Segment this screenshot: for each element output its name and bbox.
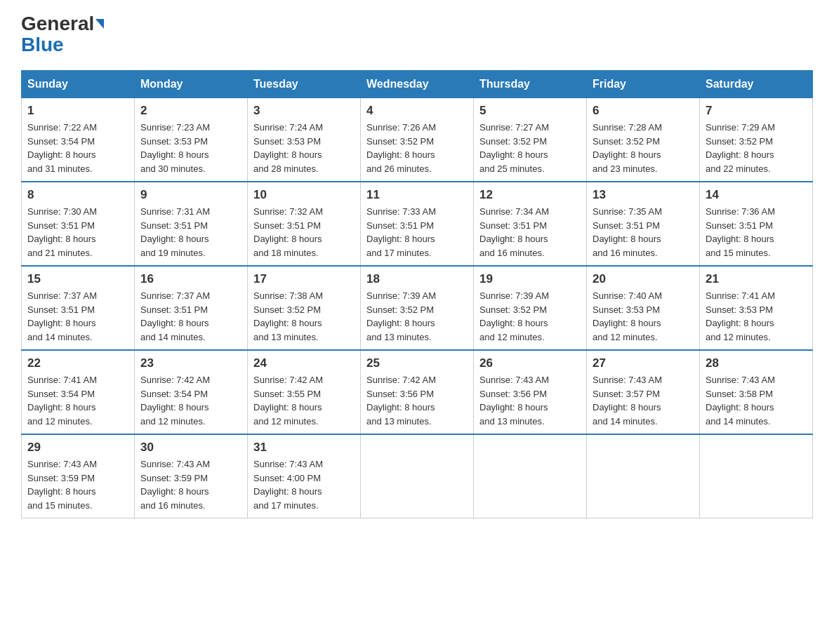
day-number: 4 [366, 104, 468, 118]
day-number: 25 [366, 356, 468, 370]
day-cell: 18 Sunrise: 7:39 AM Sunset: 3:52 PM Dayl… [361, 266, 474, 350]
day-number: 13 [593, 188, 694, 202]
day-cell: 16 Sunrise: 7:37 AM Sunset: 3:51 PM Dayl… [135, 266, 248, 350]
header-saturday: Saturday [700, 71, 813, 98]
day-cell [700, 434, 813, 518]
day-cell: 24 Sunrise: 7:42 AM Sunset: 3:55 PM Dayl… [248, 350, 361, 434]
day-number: 15 [27, 272, 128, 286]
day-cell: 25 Sunrise: 7:42 AM Sunset: 3:56 PM Dayl… [361, 350, 474, 434]
day-cell: 6 Sunrise: 7:28 AM Sunset: 3:52 PM Dayli… [587, 98, 700, 182]
day-info: Sunrise: 7:43 AM Sunset: 3:57 PM Dayligh… [593, 373, 694, 428]
day-info: Sunrise: 7:37 AM Sunset: 3:51 PM Dayligh… [27, 289, 128, 344]
day-cell: 7 Sunrise: 7:29 AM Sunset: 3:52 PM Dayli… [700, 98, 813, 182]
header-sunday: Sunday [22, 71, 135, 98]
day-info: Sunrise: 7:41 AM Sunset: 3:53 PM Dayligh… [706, 289, 807, 344]
day-cell: 1 Sunrise: 7:22 AM Sunset: 3:54 PM Dayli… [22, 98, 135, 182]
day-info: Sunrise: 7:35 AM Sunset: 3:51 PM Dayligh… [593, 205, 694, 260]
day-cell: 31 Sunrise: 7:43 AM Sunset: 4:00 PM Dayl… [248, 434, 361, 518]
day-number: 30 [140, 441, 241, 455]
day-cell [587, 434, 700, 518]
day-cell: 23 Sunrise: 7:42 AM Sunset: 3:54 PM Dayl… [135, 350, 248, 434]
logo-blue: Blue [21, 34, 64, 56]
calendar-table: SundayMondayTuesdayWednesdayThursdayFrid… [21, 70, 813, 518]
day-info: Sunrise: 7:42 AM Sunset: 3:56 PM Dayligh… [366, 373, 468, 428]
week-row-1: 1 Sunrise: 7:22 AM Sunset: 3:54 PM Dayli… [22, 98, 813, 182]
header-tuesday: Tuesday [248, 71, 361, 98]
day-cell [474, 434, 587, 518]
day-cell: 27 Sunrise: 7:43 AM Sunset: 3:57 PM Dayl… [587, 350, 700, 434]
day-number: 24 [253, 356, 355, 370]
day-info: Sunrise: 7:42 AM Sunset: 3:55 PM Dayligh… [253, 373, 355, 428]
day-info: Sunrise: 7:43 AM Sunset: 4:00 PM Dayligh… [253, 457, 355, 512]
day-info: Sunrise: 7:43 AM Sunset: 3:56 PM Dayligh… [479, 373, 581, 428]
day-cell: 17 Sunrise: 7:38 AM Sunset: 3:52 PM Dayl… [248, 266, 361, 350]
day-cell: 21 Sunrise: 7:41 AM Sunset: 3:53 PM Dayl… [700, 266, 813, 350]
day-info: Sunrise: 7:43 AM Sunset: 3:59 PM Dayligh… [27, 457, 128, 512]
day-cell: 12 Sunrise: 7:34 AM Sunset: 3:51 PM Dayl… [474, 182, 587, 266]
day-number: 21 [706, 272, 807, 286]
day-number: 17 [253, 272, 355, 286]
day-info: Sunrise: 7:42 AM Sunset: 3:54 PM Dayligh… [140, 373, 241, 428]
day-cell: 4 Sunrise: 7:26 AM Sunset: 3:52 PM Dayli… [361, 98, 474, 182]
day-cell: 11 Sunrise: 7:33 AM Sunset: 3:51 PM Dayl… [361, 182, 474, 266]
day-number: 14 [706, 188, 807, 202]
day-number: 11 [366, 188, 468, 202]
day-info: Sunrise: 7:36 AM Sunset: 3:51 PM Dayligh… [706, 205, 807, 260]
day-number: 8 [27, 188, 128, 202]
day-info: Sunrise: 7:31 AM Sunset: 3:51 PM Dayligh… [140, 205, 241, 260]
day-info: Sunrise: 7:29 AM Sunset: 3:52 PM Dayligh… [706, 121, 807, 175]
day-number: 31 [253, 441, 355, 455]
day-number: 23 [140, 356, 241, 370]
day-info: Sunrise: 7:26 AM Sunset: 3:52 PM Dayligh… [366, 121, 468, 175]
calendar-header-row: SundayMondayTuesdayWednesdayThursdayFrid… [22, 71, 813, 98]
day-cell: 10 Sunrise: 7:32 AM Sunset: 3:51 PM Dayl… [248, 182, 361, 266]
day-number: 9 [140, 188, 241, 202]
day-number: 22 [27, 356, 128, 370]
day-cell: 29 Sunrise: 7:43 AM Sunset: 3:59 PM Dayl… [22, 434, 135, 518]
day-cell: 2 Sunrise: 7:23 AM Sunset: 3:53 PM Dayli… [135, 98, 248, 182]
day-info: Sunrise: 7:39 AM Sunset: 3:52 PM Dayligh… [366, 289, 468, 344]
day-info: Sunrise: 7:38 AM Sunset: 3:52 PM Dayligh… [253, 289, 355, 344]
day-info: Sunrise: 7:23 AM Sunset: 3:53 PM Dayligh… [140, 121, 241, 175]
day-cell: 28 Sunrise: 7:43 AM Sunset: 3:58 PM Dayl… [700, 350, 813, 434]
day-cell: 5 Sunrise: 7:27 AM Sunset: 3:52 PM Dayli… [474, 98, 587, 182]
week-row-2: 8 Sunrise: 7:30 AM Sunset: 3:51 PM Dayli… [22, 182, 813, 266]
logo-arrow-icon [95, 19, 104, 29]
week-row-3: 15 Sunrise: 7:37 AM Sunset: 3:51 PM Dayl… [22, 266, 813, 350]
day-cell: 14 Sunrise: 7:36 AM Sunset: 3:51 PM Dayl… [700, 182, 813, 266]
day-number: 16 [140, 272, 241, 286]
day-cell: 13 Sunrise: 7:35 AM Sunset: 3:51 PM Dayl… [587, 182, 700, 266]
day-number: 26 [479, 356, 581, 370]
day-info: Sunrise: 7:39 AM Sunset: 3:52 PM Dayligh… [479, 289, 581, 344]
day-number: 6 [593, 104, 694, 118]
day-number: 3 [253, 104, 355, 118]
day-number: 18 [366, 272, 468, 286]
day-cell [361, 434, 474, 518]
header-thursday: Thursday [474, 71, 587, 98]
day-info: Sunrise: 7:33 AM Sunset: 3:51 PM Dayligh… [366, 205, 468, 260]
day-info: Sunrise: 7:41 AM Sunset: 3:54 PM Dayligh… [27, 373, 128, 428]
day-info: Sunrise: 7:28 AM Sunset: 3:52 PM Dayligh… [593, 121, 694, 175]
day-cell: 20 Sunrise: 7:40 AM Sunset: 3:53 PM Dayl… [587, 266, 700, 350]
day-number: 19 [479, 272, 581, 286]
day-cell: 15 Sunrise: 7:37 AM Sunset: 3:51 PM Dayl… [22, 266, 135, 350]
header-wednesday: Wednesday [361, 71, 474, 98]
header-friday: Friday [587, 71, 700, 98]
day-cell: 9 Sunrise: 7:31 AM Sunset: 3:51 PM Dayli… [135, 182, 248, 266]
header-monday: Monday [135, 71, 248, 98]
day-number: 29 [27, 441, 128, 455]
day-info: Sunrise: 7:30 AM Sunset: 3:51 PM Dayligh… [27, 205, 128, 260]
logo-general: General [21, 14, 94, 34]
logo: General Blue [21, 14, 104, 56]
page-header: General Blue [21, 14, 813, 56]
day-number: 20 [593, 272, 694, 286]
week-row-4: 22 Sunrise: 7:41 AM Sunset: 3:54 PM Dayl… [22, 350, 813, 434]
day-cell: 8 Sunrise: 7:30 AM Sunset: 3:51 PM Dayli… [22, 182, 135, 266]
day-cell: 3 Sunrise: 7:24 AM Sunset: 3:53 PM Dayli… [248, 98, 361, 182]
day-number: 2 [140, 104, 241, 118]
day-cell: 19 Sunrise: 7:39 AM Sunset: 3:52 PM Dayl… [474, 266, 587, 350]
day-number: 27 [593, 356, 694, 370]
day-number: 5 [479, 104, 581, 118]
day-cell: 22 Sunrise: 7:41 AM Sunset: 3:54 PM Dayl… [22, 350, 135, 434]
day-info: Sunrise: 7:27 AM Sunset: 3:52 PM Dayligh… [479, 121, 581, 175]
